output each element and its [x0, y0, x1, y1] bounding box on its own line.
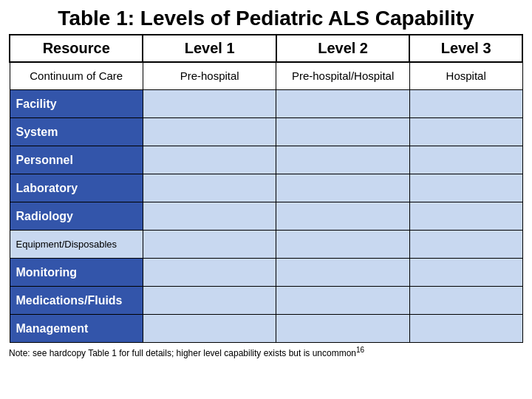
table-row-management: Management: [10, 315, 522, 343]
row-label-personnel: Personnel: [10, 146, 143, 174]
row-label-facility: Facility: [10, 90, 143, 118]
row-label-continuum: Continuum of Care: [10, 62, 143, 90]
row-col4-continuum: Hospital: [409, 62, 522, 90]
row-label-monitoring: Monitoring: [10, 259, 143, 287]
row-col3-continuum: Pre-hospital/Hospital: [276, 62, 409, 90]
table-row-facility: Facility: [10, 90, 522, 118]
row-label-laboratory: Laboratory: [10, 174, 143, 202]
note-text: Note: see hardcopy Table 1 for full deta…: [9, 348, 356, 358]
row-col3-system: [276, 118, 409, 146]
table-row-system: System: [10, 118, 522, 146]
row-col2-monitoring: [143, 259, 276, 287]
row-col3-management: [276, 315, 409, 343]
row-label-equipment: Equipment/Disposables: [10, 231, 143, 259]
table-row-equipment: Equipment/Disposables: [10, 231, 522, 259]
row-col4-facility: [409, 90, 522, 118]
header-level3: Level 3: [409, 35, 522, 62]
row-col3-facility: [276, 90, 409, 118]
table-row-medications: Medications/Fluids: [10, 287, 522, 315]
row-col2-personnel: [143, 146, 276, 174]
row-col4-medications: [409, 287, 522, 315]
table-row-personnel: Personnel: [10, 146, 522, 174]
table-row-continuum: Continuum of Care Pre-hospital Pre-hospi…: [10, 62, 522, 90]
row-col4-laboratory: [409, 174, 522, 202]
row-col3-medications: [276, 287, 409, 315]
row-col4-management: [409, 315, 522, 343]
table-row-laboratory: Laboratory: [10, 174, 522, 202]
row-col2-radiology: [143, 202, 276, 231]
row-col4-personnel: [409, 146, 522, 174]
row-col3-laboratory: [276, 174, 409, 202]
row-col3-monitoring: [276, 259, 409, 287]
note-superscript: 16: [356, 346, 364, 354]
header-resource: Resource: [10, 35, 143, 62]
row-col4-equipment: [409, 231, 522, 259]
row-col4-system: [409, 118, 522, 146]
row-label-system: System: [10, 118, 143, 146]
row-label-medications: Medications/Fluids: [10, 287, 143, 315]
row-col2-continuum: Pre-hospital: [143, 62, 276, 90]
page-container: Table 1: Levels of Pediatric ALS Capabil…: [0, 0, 532, 399]
row-col2-system: [143, 118, 276, 146]
row-col3-radiology: [276, 202, 409, 231]
row-col3-personnel: [276, 146, 409, 174]
page-title: Table 1: Levels of Pediatric ALS Capabil…: [9, 6, 523, 31]
row-label-radiology: Radiology: [10, 202, 143, 231]
header-level1: Level 1: [143, 35, 276, 62]
row-col2-equipment: [143, 231, 276, 259]
footnote: Note: see hardcopy Table 1 for full deta…: [9, 346, 523, 358]
row-col2-facility: [143, 90, 276, 118]
row-col4-monitoring: [409, 259, 522, 287]
capability-table: Resource Level 1 Level 2 Level 3 Continu…: [9, 34, 523, 344]
row-col3-equipment: [276, 231, 409, 259]
table-row-monitoring: Monitoring: [10, 259, 522, 287]
row-label-management: Management: [10, 315, 143, 343]
row-col2-laboratory: [143, 174, 276, 202]
table-row-radiology: Radiology: [10, 202, 522, 231]
header-level2: Level 2: [276, 35, 409, 62]
table-header-row: Resource Level 1 Level 2 Level 3: [10, 35, 522, 62]
row-col4-radiology: [409, 202, 522, 231]
row-col2-medications: [143, 287, 276, 315]
row-col2-management: [143, 315, 276, 343]
